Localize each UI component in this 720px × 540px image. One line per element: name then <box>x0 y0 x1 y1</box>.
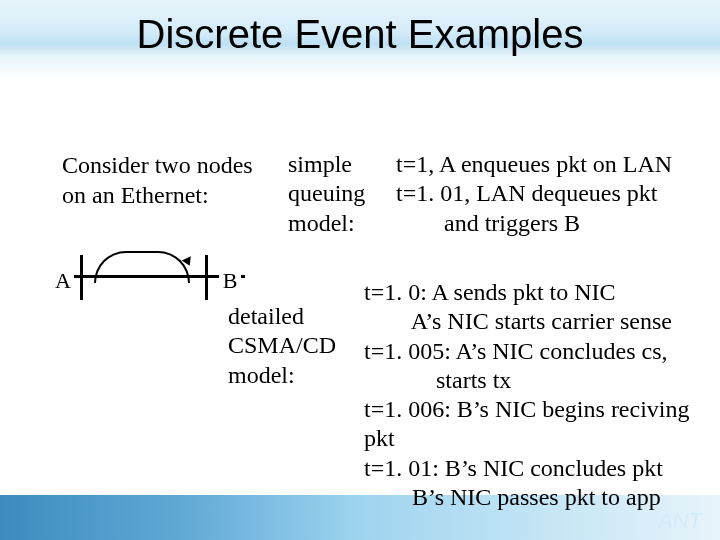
sqm-l2: queuing <box>288 180 365 206</box>
sq-line-2: t=1. 01, LAN dequeues pkt <box>396 180 658 206</box>
d1: t=1. 0: A sends pkt to NIC <box>364 279 616 305</box>
arrow-arc <box>90 231 198 271</box>
arrowhead-icon <box>182 256 194 267</box>
consider-text: Consider two nodes on an Ethernet: <box>62 150 253 210</box>
det-l3: model: <box>228 362 295 388</box>
slide: Discrete Event Examples Consider two nod… <box>0 0 720 540</box>
d5: t=1. 006: B’s NIC begins reciving pkt <box>364 396 690 451</box>
tap-a <box>80 255 83 300</box>
d4: starts tx <box>364 367 511 393</box>
det-l1: detailed <box>228 303 304 329</box>
d6: t=1. 01: B’s NIC concludes pkt <box>364 455 663 481</box>
d2: A’s NIC starts carrier sense <box>364 308 672 334</box>
consider-line-1: Consider two nodes <box>62 152 253 178</box>
sq-line-1: t=1, A enqueues pkt on LAN <box>396 151 672 177</box>
d7: B’s NIC passes pkt to app <box>364 484 661 510</box>
node-b-label: B <box>219 268 241 294</box>
detailed-model-lines: t=1. 0: A sends pkt to NIC A’s NIC start… <box>364 278 720 512</box>
slide-title: Discrete Event Examples <box>0 12 720 57</box>
det-l2: CSMA/CD <box>228 332 336 358</box>
consider-line-2: on an Ethernet: <box>62 182 209 208</box>
simple-queuing-lines: t=1, A enqueues pkt on LAN t=1. 01, LAN … <box>396 150 672 238</box>
node-a-label: A <box>52 268 74 294</box>
arc-body <box>94 251 190 283</box>
d3: t=1. 005: A’s NIC concludes cs, <box>364 338 668 364</box>
simple-queuing-label: simple queuing model: <box>288 150 365 238</box>
detailed-model-label: detailed CSMA/CD model: <box>228 302 336 390</box>
sqm-l3: model: <box>288 210 355 236</box>
sqm-l1: simple <box>288 151 352 177</box>
tap-b <box>205 255 208 300</box>
sq-line-3: and triggers B <box>396 210 580 236</box>
logo-text: ANT <box>658 508 702 534</box>
